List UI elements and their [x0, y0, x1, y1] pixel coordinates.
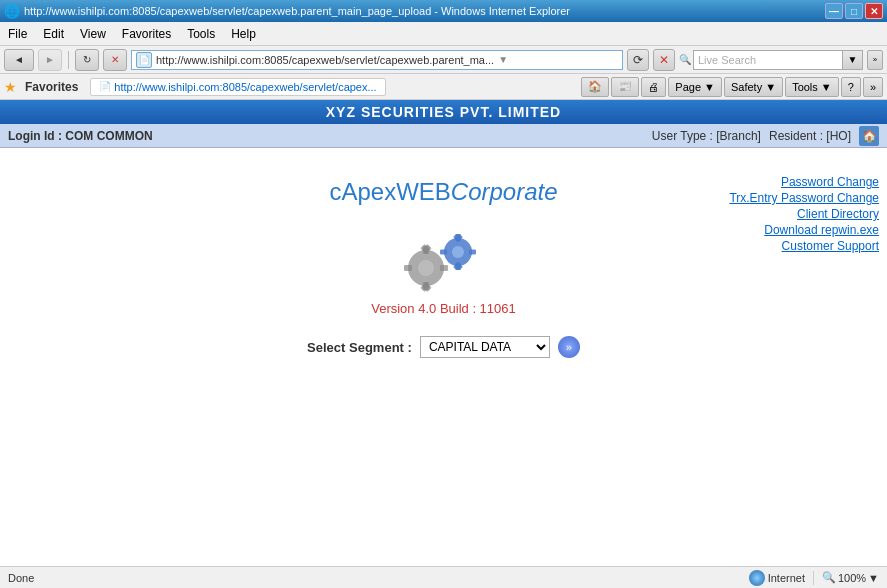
app-title-italic: Corporate: [451, 178, 558, 205]
refresh-btn2[interactable]: ⟳: [627, 49, 649, 71]
home-icon[interactable]: 🏠: [859, 126, 879, 146]
search-area: 🔍 Live Search ▼: [679, 50, 863, 70]
browser-icon: 🌐: [4, 4, 20, 19]
maximize-button[interactable]: □: [845, 3, 863, 19]
login-info: Login Id : COM COMMON: [8, 129, 153, 143]
svg-point-1: [418, 260, 434, 276]
favorites-star-icon: ★: [4, 79, 17, 95]
customer-support-link[interactable]: Customer Support: [782, 239, 879, 253]
favorites-label: Favorites: [25, 80, 78, 94]
page-icon: 📄: [136, 52, 152, 68]
status-done: Done: [8, 572, 749, 584]
help-label: ?: [848, 81, 854, 93]
title-bar: 🌐 http://www.ishilpi.com:8085/capexweb/s…: [0, 0, 887, 22]
app-title: cApexWEBCorporate: [329, 178, 557, 206]
print-button[interactable]: 🖨: [641, 77, 666, 97]
login-name: COMMON: [97, 129, 153, 143]
search-input[interactable]: Live Search: [693, 50, 843, 70]
search-placeholder: Live Search: [698, 54, 756, 66]
password-change-link[interactable]: Password Change: [781, 175, 879, 189]
zoom-badge: 🔍 100% ▼: [822, 571, 879, 584]
right-links: Password Change Trx.Entry Password Chang…: [729, 175, 879, 253]
internet-label: Internet: [768, 572, 805, 584]
app-subheader: Login Id : COM COMMON User Type : [Branc…: [0, 124, 887, 148]
user-type-label: User Type : [Branch]: [652, 129, 761, 143]
tools-label: Tools ▼: [792, 81, 832, 93]
version-text: Version 4.0 Build : 11061: [371, 301, 516, 316]
title-bar-controls: — □ ✕: [825, 3, 883, 19]
status-right: Internet 🔍 100% ▼: [749, 570, 879, 586]
app-header: XYZ SECURITIES PVT. LIMITED: [0, 100, 887, 124]
safety-button[interactable]: Safety ▼: [724, 77, 783, 97]
menu-help[interactable]: Help: [223, 22, 264, 45]
page-button[interactable]: Page ▼: [668, 77, 722, 97]
toolbar-right: 🏠 📰 🖨 Page ▼ Safety ▼ Tools ▼ ? »: [581, 77, 883, 97]
menu-tools[interactable]: Tools: [179, 22, 223, 45]
minimize-button[interactable]: —: [825, 3, 843, 19]
menu-favorites[interactable]: Favorites: [114, 22, 179, 45]
safety-label: Safety ▼: [731, 81, 776, 93]
menu-bar: File Edit View Favorites Tools Help: [0, 22, 887, 46]
fav-link-icon: 📄: [99, 81, 111, 92]
address-box[interactable]: 📄 http://www.ishilpi.com:8085/capexweb/s…: [131, 50, 623, 70]
address-text: http://www.ishilpi.com:8085/capexweb/ser…: [156, 54, 494, 66]
stop-button[interactable]: ✕: [103, 49, 127, 71]
stop-btn2[interactable]: ✕: [653, 49, 675, 71]
gears-svg: [404, 226, 484, 301]
title-bar-left: 🌐 http://www.ishilpi.com:8085/capexweb/s…: [4, 4, 570, 19]
user-info: User Type : [Branch] Resident : [HO] 🏠: [652, 126, 879, 146]
internet-badge: Internet: [749, 570, 805, 586]
feeds-button[interactable]: 📰: [611, 77, 639, 97]
menu-edit[interactable]: Edit: [35, 22, 72, 45]
zoom-icon: 🔍: [822, 571, 836, 584]
svg-rect-4: [404, 265, 412, 271]
close-button[interactable]: ✕: [865, 3, 883, 19]
login-id-label: Login Id : COM: [8, 129, 93, 143]
page-label: Page ▼: [675, 81, 715, 93]
resident-label: Resident : [HO]: [769, 129, 851, 143]
globe-icon: [749, 570, 765, 586]
zoom-label: 100%: [838, 572, 866, 584]
app-title-normal: cApexWEB: [329, 178, 450, 205]
expand-button[interactable]: »: [867, 50, 883, 70]
refresh-button[interactable]: ↻: [75, 49, 99, 71]
live-search-icon: 🔍: [679, 54, 691, 65]
go-arrow-button[interactable]: »: [558, 336, 580, 358]
favorites-link[interactable]: 📄 http://www.ishilpi.com:8085/capexweb/s…: [90, 78, 385, 96]
menu-file[interactable]: File: [0, 22, 35, 45]
back-button[interactable]: ◄: [4, 49, 34, 71]
home-button[interactable]: 🏠: [581, 77, 609, 97]
svg-point-11: [452, 246, 464, 258]
favorites-bar: ★ Favorites 📄 http://www.ishilpi.com:808…: [0, 74, 887, 100]
address-dropdown[interactable]: ▼: [498, 54, 508, 65]
address-bar-row: ◄ ► ↻ ✕ 📄 http://www.ishilpi.com:8085/ca…: [0, 46, 887, 74]
gears-icon-area: [404, 226, 484, 301]
expand-toolbar-button[interactable]: »: [863, 77, 883, 97]
segment-label: Select Segment :: [307, 340, 412, 355]
fav-link-text: http://www.ishilpi.com:8085/capexweb/ser…: [114, 81, 376, 93]
svg-rect-14: [440, 250, 447, 255]
download-link[interactable]: Download repwin.exe: [764, 223, 879, 237]
help-button[interactable]: ?: [841, 77, 861, 97]
svg-rect-15: [469, 250, 476, 255]
forward-button[interactable]: ►: [38, 49, 62, 71]
search-go-button[interactable]: ▼: [843, 50, 863, 70]
zoom-dropdown[interactable]: ▼: [868, 572, 879, 584]
client-directory-link[interactable]: Client Directory: [797, 207, 879, 221]
status-bar: Done Internet 🔍 100% ▼: [0, 566, 887, 588]
trx-password-link[interactable]: Trx.Entry Password Change: [729, 191, 879, 205]
tools-button[interactable]: Tools ▼: [785, 77, 839, 97]
segment-select[interactable]: CAPITAL DATA DERIVATIVES COMMODITY: [420, 336, 550, 358]
svg-rect-5: [440, 265, 448, 271]
app-header-title: XYZ SECURITIES PVT. LIMITED: [326, 104, 561, 120]
segment-row: Select Segment : CAPITAL DATA DERIVATIVE…: [307, 336, 580, 358]
title-bar-text: http://www.ishilpi.com:8085/capexweb/ser…: [24, 5, 570, 17]
menu-view[interactable]: View: [72, 22, 114, 45]
